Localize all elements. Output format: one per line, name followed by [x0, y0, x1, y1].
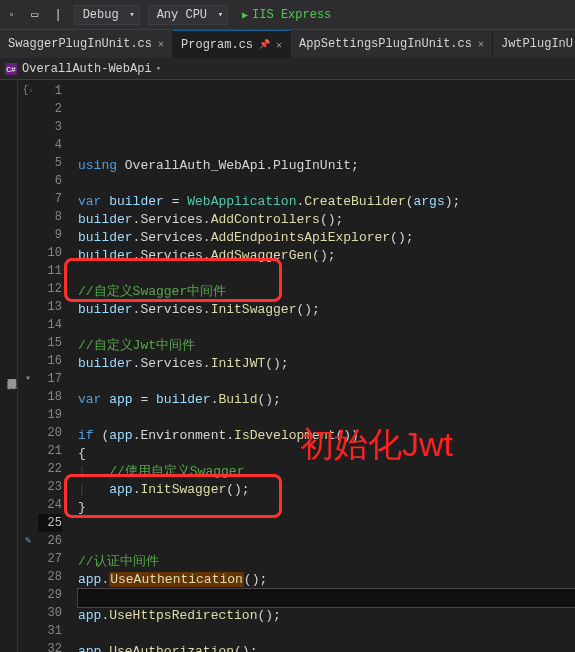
- fold-marker: [18, 100, 38, 118]
- fold-marker: [18, 586, 38, 604]
- code-line[interactable]: //认证中间件: [78, 553, 575, 571]
- line-number: 32: [38, 640, 62, 652]
- code-line[interactable]: [78, 535, 575, 553]
- line-number: 27: [38, 550, 62, 568]
- line-number: 6: [38, 172, 62, 190]
- pin-icon[interactable]: 📌: [259, 39, 270, 50]
- line-number: 17: [38, 370, 62, 388]
- line-number: 8: [38, 208, 62, 226]
- code-line[interactable]: app.UseAuthorization();: [78, 643, 575, 652]
- line-number: 31: [38, 622, 62, 640]
- fold-marker: [18, 496, 38, 514]
- code-line[interactable]: }: [78, 499, 575, 517]
- fold-marker[interactable]: ▾: [18, 370, 38, 388]
- code-line[interactable]: if (app.Environment.IsDevelopment()): [78, 427, 575, 445]
- code-line[interactable]: var builder = WebApplication.CreateBuild…: [78, 193, 575, 211]
- line-number: 18: [38, 388, 62, 406]
- code-line[interactable]: [78, 319, 575, 337]
- line-number: 10: [38, 244, 62, 262]
- fold-marker: [18, 622, 38, 640]
- fold-marker: [18, 298, 38, 316]
- code-line[interactable]: [78, 625, 575, 643]
- code-line[interactable]: {: [78, 445, 575, 463]
- tab-jwtpluginu[interactable]: JwtPlugInU✕: [493, 30, 575, 58]
- code-line[interactable]: [78, 589, 575, 607]
- code-line[interactable]: //自定义Swagger中间件: [78, 283, 575, 301]
- code-line[interactable]: [78, 517, 575, 535]
- line-number: 26: [38, 532, 62, 550]
- code-line[interactable]: builder.Services.AddEndpointsApiExplorer…: [78, 229, 575, 247]
- code-line[interactable]: var app = builder.Build();: [78, 391, 575, 409]
- chevron-down-icon: ▾: [156, 63, 161, 74]
- fold-marker: [18, 550, 38, 568]
- code-line[interactable]: [78, 175, 575, 193]
- fold-marker: [18, 280, 38, 298]
- line-number: 19: [38, 406, 62, 424]
- line-number: 29: [38, 586, 62, 604]
- editor-area: 服务器资源管理器 {▫ ▾✎ 1234567891011121314151617…: [0, 80, 575, 652]
- fold-marker: [18, 640, 38, 652]
- code-line[interactable]: using OverallAuth_WebApi.PlugInUnit;: [78, 157, 575, 175]
- code-line[interactable]: [78, 409, 575, 427]
- config-dropdown[interactable]: Debug: [74, 5, 140, 25]
- code-line[interactable]: builder.Services.InitSwagger();: [78, 301, 575, 319]
- tab-label: JwtPlugInU: [501, 37, 573, 51]
- line-number: 2: [38, 100, 62, 118]
- nav-back-icon[interactable]: ◦: [4, 6, 19, 24]
- tab-bar: SwaggerPlugInUnit.cs✕Program.cs📌✕AppSett…: [0, 30, 575, 58]
- play-icon: [242, 8, 248, 22]
- fold-brace-icon[interactable]: {▫: [18, 82, 38, 100]
- line-number: 22: [38, 460, 62, 478]
- tab-label: AppSettingsPlugInUnit.cs: [299, 37, 472, 51]
- fold-marker: [18, 406, 38, 424]
- code-line[interactable]: | app.InitSwagger();: [78, 481, 575, 499]
- fold-marker: [18, 190, 38, 208]
- code-line[interactable]: app.UseHttpsRedirection();: [78, 607, 575, 625]
- tab-appsettingspluginunit-cs[interactable]: AppSettingsPlugInUnit.cs✕: [291, 30, 493, 58]
- line-number: 12: [38, 280, 62, 298]
- toolbar: ◦ ▭ | Debug Any CPU IIS Express: [0, 0, 575, 30]
- tab-swaggerpluginunit-cs[interactable]: SwaggerPlugInUnit.cs✕: [0, 30, 173, 58]
- close-icon[interactable]: ✕: [478, 38, 484, 50]
- fold-marker: [18, 604, 38, 622]
- csharp-project-icon: C#: [4, 62, 18, 76]
- fold-marker: [18, 424, 38, 442]
- fold-marker: [18, 208, 38, 226]
- breadcrumb-project: OverallAuth-WebApi: [22, 62, 152, 76]
- fold-marker: [18, 352, 38, 370]
- line-number: 21: [38, 442, 62, 460]
- code-line[interactable]: builder.Services.AddControllers();: [78, 211, 575, 229]
- line-number: 25: [38, 514, 62, 532]
- line-number-gutter: 1234567891011121314151617181920212223242…: [38, 80, 70, 652]
- fold-marker: ✎: [18, 532, 38, 550]
- sidebar-vertical-tab[interactable]: 服务器资源管理器: [0, 80, 18, 652]
- platform-dropdown[interactable]: Any CPU: [148, 5, 228, 25]
- line-number: 1: [38, 82, 62, 100]
- line-number: 3: [38, 118, 62, 136]
- code-line[interactable]: builder.Services.InitJWT();: [78, 355, 575, 373]
- code-line[interactable]: //自定义Jwt中间件: [78, 337, 575, 355]
- code-line[interactable]: [78, 373, 575, 391]
- code-line[interactable]: | //使用自定义Swagger: [78, 463, 575, 481]
- close-icon[interactable]: ✕: [158, 38, 164, 50]
- fold-gutter[interactable]: {▫ ▾✎: [18, 80, 38, 652]
- fold-marker: [18, 136, 38, 154]
- line-number: 23: [38, 478, 62, 496]
- fold-marker: [18, 118, 38, 136]
- svg-text:C#: C#: [6, 65, 16, 74]
- code-editor[interactable]: 初始化Jwt using OverallAuth_WebApi.PlugInUn…: [70, 80, 575, 652]
- code-line[interactable]: [78, 265, 575, 283]
- close-icon[interactable]: ✕: [276, 39, 282, 51]
- fold-marker: [18, 442, 38, 460]
- fold-marker: [18, 172, 38, 190]
- fold-marker: [18, 478, 38, 496]
- line-number: 30: [38, 604, 62, 622]
- breadcrumb[interactable]: C# OverallAuth-WebApi ▾: [0, 58, 575, 80]
- fold-marker: [18, 568, 38, 586]
- run-button[interactable]: IIS Express: [236, 6, 337, 24]
- code-line[interactable]: builder.Services.AddSwaggerGen();: [78, 247, 575, 265]
- tab-program-cs[interactable]: Program.cs📌✕: [173, 30, 291, 58]
- code-line[interactable]: app.UseAuthentication();: [78, 571, 575, 589]
- line-number: 9: [38, 226, 62, 244]
- toolbar-icon[interactable]: ▭: [27, 5, 42, 24]
